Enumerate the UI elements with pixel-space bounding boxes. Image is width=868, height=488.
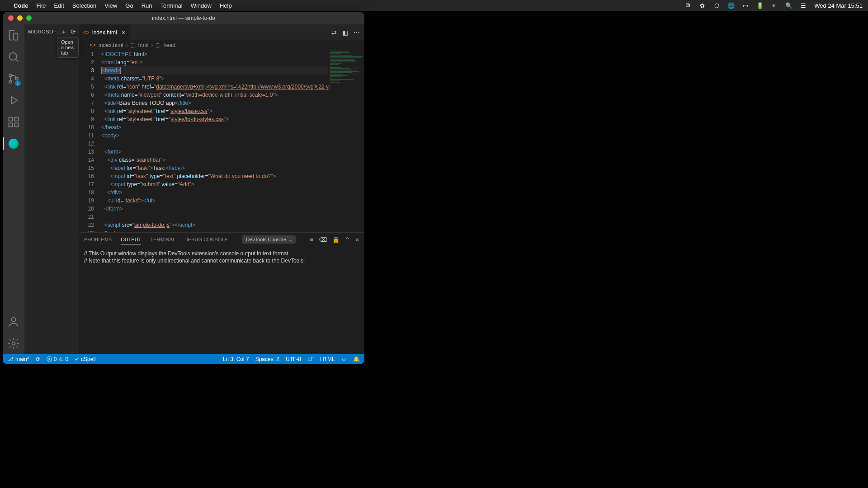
wifi-icon[interactable]: ᯤ xyxy=(771,2,778,9)
vscode-window: index.html — simple-to-do 1 MICROSOF… ＋ … xyxy=(3,12,364,364)
status-problems[interactable]: ⓧ 0 ⚠ 0 xyxy=(47,356,68,363)
macos-menubar: Code File Edit Selection View Go Run Ter… xyxy=(0,0,868,11)
svg-point-1 xyxy=(9,74,12,77)
clear-output-icon[interactable]: ⌫ xyxy=(319,236,327,243)
tab-label: index.html xyxy=(92,29,117,36)
svg-point-0 xyxy=(9,53,17,60)
tab-terminal[interactable]: TERMINAL xyxy=(150,235,175,244)
app-name[interactable]: Code xyxy=(14,2,28,9)
search-icon[interactable] xyxy=(7,51,20,63)
refresh-icon[interactable]: ⟳ xyxy=(71,28,76,36)
tab-debug-console[interactable]: DEBUG CONSOLE xyxy=(184,235,228,244)
scm-badge: 1 xyxy=(15,80,21,86)
battery-icon[interactable]: 🔋 xyxy=(756,2,764,9)
chevron-right-icon: › xyxy=(126,42,128,48)
html-file-icon: <> xyxy=(90,42,96,48)
svg-rect-6 xyxy=(14,123,18,127)
html-file-icon: <> xyxy=(83,29,90,36)
tooltip: Open a new tab xyxy=(57,37,79,58)
menu-go[interactable]: Go xyxy=(125,2,133,9)
status-cursor[interactable]: Ln 3, Col 7 xyxy=(223,356,249,362)
window-close-button[interactable] xyxy=(8,15,14,21)
compare-changes-icon[interactable]: ⇄ xyxy=(331,29,337,36)
bottom-panel: PROBLEMS OUTPUT TERMINAL DEBUG CONSOLE D… xyxy=(79,232,364,354)
menu-terminal[interactable]: Terminal xyxy=(160,2,183,9)
minimap[interactable] xyxy=(328,50,364,232)
status-branch[interactable]: ⎇ main* xyxy=(7,356,29,362)
svg-point-8 xyxy=(11,318,15,322)
panel-tabs: PROBLEMS OUTPUT TERMINAL DEBUG CONSOLE D… xyxy=(79,233,364,246)
code-content[interactable]: <!DOCTYPE html><html lang="en"><head> <m… xyxy=(101,50,364,232)
status-eol[interactable]: LF xyxy=(307,356,314,362)
breadcrumb[interactable]: <> index.html › ⬚ html › ⬚ head xyxy=(79,40,364,50)
breadcrumb-head[interactable]: head xyxy=(163,42,175,48)
screenshare-icon[interactable]: ⧉ xyxy=(684,2,691,9)
svg-rect-4 xyxy=(9,117,13,121)
svg-point-2 xyxy=(9,80,12,83)
tab-problems[interactable]: PROBLEMS xyxy=(84,235,112,244)
control-center-icon[interactable]: ☰ xyxy=(800,2,807,9)
breadcrumb-html[interactable]: html xyxy=(138,42,149,48)
menu-window[interactable]: Window xyxy=(191,2,212,9)
source-control-icon[interactable]: 1 xyxy=(7,72,20,85)
sidebar: MICROSOF… ＋ ⟳ Open a new tab xyxy=(24,24,79,354)
window-maximize-button[interactable] xyxy=(26,15,32,21)
tab-close-icon[interactable]: × xyxy=(122,29,125,36)
spotlight-icon[interactable]: 🔍 xyxy=(785,2,793,9)
editor-group: <> index.html × ⇄ ◧ ⋯ <> index.html › ⬚ … xyxy=(79,24,364,354)
breadcrumb-file[interactable]: index.html xyxy=(99,42,123,48)
svg-point-9 xyxy=(12,342,15,345)
svg-rect-5 xyxy=(9,123,13,127)
svg-point-3 xyxy=(15,77,18,80)
window-title: index.html — simple-to-do xyxy=(3,15,364,21)
menu-selection[interactable]: Selection xyxy=(72,2,96,9)
symbol-icon: ⬚ xyxy=(131,42,136,48)
split-editor-icon[interactable]: ◧ xyxy=(342,29,348,36)
output-channel-dropdown[interactable]: DevTools Console xyxy=(242,235,296,244)
menu-view[interactable]: View xyxy=(104,2,117,9)
accounts-icon[interactable] xyxy=(7,315,20,328)
output-line: // Note that this feature is only unidir… xyxy=(84,257,359,264)
tab-output[interactable]: OUTPUT xyxy=(121,235,141,244)
symbol-icon: ⬚ xyxy=(156,42,160,48)
status-spaces[interactable]: Spaces: 2 xyxy=(255,356,279,362)
menubar-datetime[interactable]: Wed 24 Mar 15:51 xyxy=(814,2,863,9)
status-sync[interactable]: ⟳ xyxy=(36,356,40,362)
titlebar: index.html — simple-to-do xyxy=(3,12,364,24)
close-panel-icon[interactable]: × xyxy=(355,236,359,243)
status-language[interactable]: HTML xyxy=(320,356,335,362)
tab-index-html[interactable]: <> index.html × xyxy=(79,24,130,40)
activity-bar: 1 xyxy=(3,24,24,354)
status-feedback-icon[interactable]: ☺ xyxy=(341,356,347,362)
chevron-right-icon: › xyxy=(151,42,153,48)
maximize-panel-icon[interactable]: ⌃ xyxy=(345,236,350,243)
run-debug-icon[interactable] xyxy=(7,94,20,107)
menu-run[interactable]: Run xyxy=(142,2,152,9)
output-body[interactable]: // This Output window displays the DevTo… xyxy=(79,246,364,354)
extensions-icon[interactable] xyxy=(7,116,20,128)
status-bar: ⎇ main* ⟳ ⓧ 0 ⚠ 0 ✓ cSpell Ln 3, Col 7 S… xyxy=(3,354,364,364)
edge-tools-icon[interactable] xyxy=(7,137,20,150)
line-numbers: 123456789101112131415161718192021222324 xyxy=(79,50,101,232)
sync-icon[interactable]: ✿ xyxy=(698,2,706,9)
display-icon[interactable]: ▭ xyxy=(742,2,749,9)
svg-rect-7 xyxy=(14,117,18,121)
menu-help[interactable]: Help xyxy=(220,2,232,9)
status-encoding[interactable]: UTF-8 xyxy=(286,356,301,362)
settings-gear-icon[interactable] xyxy=(7,337,20,350)
lock-scroll-icon[interactable]: 🔒 xyxy=(332,236,340,243)
vpn-icon[interactable]: 🌐 xyxy=(727,2,735,9)
window-minimize-button[interactable] xyxy=(17,15,23,21)
code-editor[interactable]: 123456789101112131415161718192021222324 … xyxy=(79,50,364,232)
more-actions-icon[interactable]: ⋯ xyxy=(354,29,360,36)
status-bell-icon[interactable]: 🔔 xyxy=(353,356,360,362)
output-line: // This Output window displays the DevTo… xyxy=(84,250,359,257)
new-tab-icon[interactable]: ＋ xyxy=(61,28,67,36)
menu-file[interactable]: File xyxy=(37,2,46,9)
editor-tabs: <> index.html × ⇄ ◧ ⋯ xyxy=(79,24,364,40)
menu-edit[interactable]: Edit xyxy=(54,2,64,9)
status-cspell[interactable]: ✓ cSpell xyxy=(75,356,96,362)
explorer-icon[interactable] xyxy=(7,29,20,42)
filter-icon[interactable]: ≡ xyxy=(310,236,314,243)
dropbox-icon[interactable]: ⬡ xyxy=(713,2,720,9)
